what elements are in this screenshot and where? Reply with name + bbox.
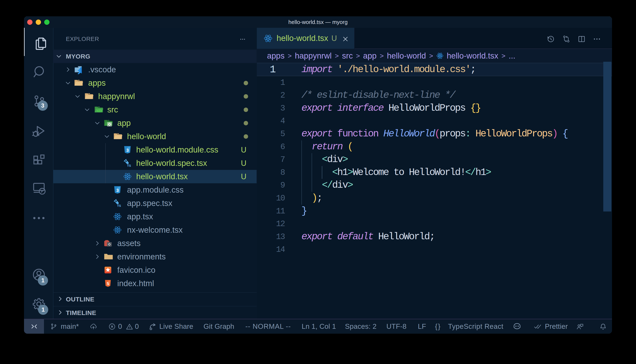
svg-text:5: 5 [107,281,109,286]
svg-text:3: 3 [116,188,119,192]
svg-text:TS: TS [117,204,121,208]
svg-text:TS: TS [127,164,131,167]
svg-text:3: 3 [126,148,129,152]
svg-text:</>: </> [97,108,102,113]
